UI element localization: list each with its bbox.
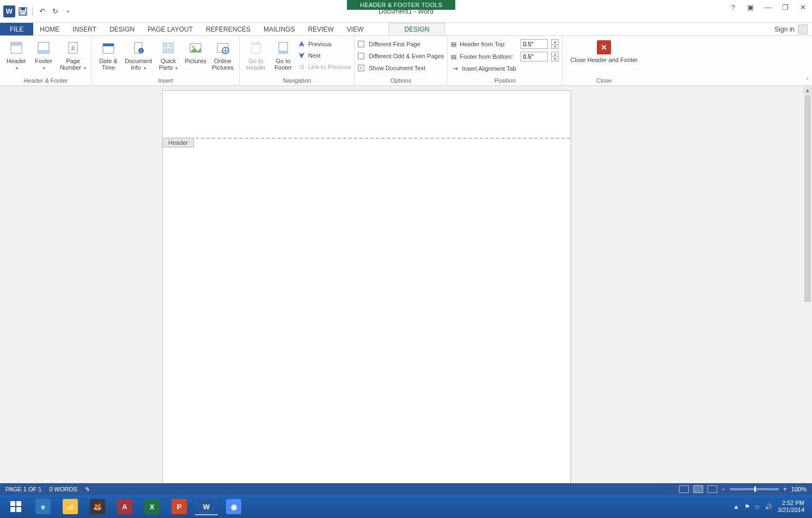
close-window-icon[interactable]: ✕ bbox=[796, 1, 810, 13]
zoom-out-icon[interactable]: − bbox=[722, 485, 725, 493]
link-icon: ⧉ bbox=[297, 63, 306, 71]
web-layout-icon[interactable] bbox=[707, 485, 717, 493]
footer-button[interactable]: Footer bbox=[30, 38, 57, 72]
windows-taskbar: e📁🦊AXPW◉ ▲ ⚑ ⏍ 🔊 2:52 PM 3/21/2014 bbox=[0, 495, 812, 518]
tab-references[interactable]: REFERENCES bbox=[199, 23, 257, 35]
document-area: Header ▲ ▼ bbox=[0, 86, 812, 501]
chevron-down-icon bbox=[15, 64, 18, 71]
link-to-previous-button: ⧉Link to Previous bbox=[297, 62, 351, 72]
tab-home[interactable]: HOME bbox=[33, 23, 66, 35]
insert-alignment-tab-button[interactable]: ⇥Insert Alignment Tab bbox=[451, 64, 559, 73]
svg-point-19 bbox=[192, 46, 195, 48]
zoom-slider[interactable] bbox=[730, 488, 779, 490]
minimize-icon[interactable]: — bbox=[761, 1, 775, 13]
svg-rect-29 bbox=[16, 507, 21, 512]
tab-view[interactable]: VIEW bbox=[340, 23, 370, 35]
header-button[interactable]: Header bbox=[3, 38, 29, 72]
close-header-footer-button[interactable]: ✕ Close Header and Footer bbox=[566, 38, 642, 65]
checkbox-checked-icon: ✓ bbox=[358, 65, 364, 71]
volume-icon[interactable]: 🔊 bbox=[765, 503, 772, 510]
word-count[interactable]: 0 WORDS bbox=[49, 486, 77, 492]
taskbar-ie-button[interactable]: e bbox=[29, 497, 57, 516]
document-info-button[interactable]: i Document Info bbox=[123, 38, 154, 72]
previous-icon: ⮝ bbox=[297, 40, 306, 48]
collapse-ribbon-icon[interactable]: ˄ bbox=[806, 77, 809, 83]
zoom-in-icon[interactable]: + bbox=[783, 485, 787, 493]
taskbar-clock[interactable]: 2:52 PM 3/21/2014 bbox=[778, 499, 804, 514]
tab-design[interactable]: DESIGN bbox=[103, 23, 141, 35]
svg-rect-25 bbox=[279, 51, 288, 53]
goto-footer-button[interactable]: Go to Footer bbox=[270, 38, 296, 71]
quick-parts-icon bbox=[160, 39, 177, 57]
different-first-page-checkbox[interactable]: Different First Page bbox=[358, 39, 444, 49]
spinner-down-icon[interactable]: ▼ bbox=[551, 57, 559, 61]
page-count[interactable]: PAGE 1 OF 1 bbox=[5, 486, 41, 492]
taskbar-explorer-button[interactable]: 📁 bbox=[57, 497, 84, 516]
print-layout-icon[interactable] bbox=[693, 485, 703, 493]
taskbar-access-button[interactable]: A bbox=[111, 497, 138, 516]
different-odd-even-checkbox[interactable]: Different Odd & Even Pages bbox=[358, 51, 444, 61]
redo-icon[interactable]: ↻ bbox=[50, 6, 60, 17]
quick-parts-button[interactable]: Quick Parts bbox=[155, 38, 181, 72]
svg-rect-17 bbox=[164, 48, 172, 52]
ribbon: Header Footer # Page Number Header & Foo… bbox=[0, 36, 812, 86]
pictures-icon bbox=[187, 39, 204, 57]
group-label: Insert bbox=[95, 76, 236, 85]
taskbar-start-button[interactable] bbox=[2, 497, 29, 516]
tab-insert[interactable]: INSERT bbox=[66, 23, 103, 35]
flag-icon[interactable]: ⚑ bbox=[744, 503, 750, 510]
qat-customize-icon[interactable]: ▾ bbox=[63, 6, 74, 17]
explorer-icon: 📁 bbox=[63, 499, 78, 514]
scroll-up-icon[interactable]: ▲ bbox=[803, 86, 812, 95]
spinner-up-icon[interactable]: ▲ bbox=[551, 39, 559, 44]
header-from-top-input[interactable] bbox=[521, 39, 548, 49]
context-tool-header: HEADER & FOOTER TOOLS bbox=[347, 0, 455, 10]
header-region-boundary bbox=[163, 138, 570, 139]
pictures-button[interactable]: Pictures bbox=[182, 38, 209, 71]
footer-from-bottom-input[interactable] bbox=[521, 52, 548, 61]
tab-context-design[interactable]: DESIGN bbox=[388, 23, 445, 35]
show-document-text-checkbox[interactable]: ✓Show Document Text bbox=[358, 63, 444, 73]
proofing-icon[interactable]: ✎ bbox=[85, 486, 90, 493]
ribbon-display-options-icon[interactable]: ▣ bbox=[743, 1, 758, 13]
document-page[interactable]: Header bbox=[162, 90, 571, 504]
spinner-buttons[interactable]: ▲▼ bbox=[551, 52, 559, 61]
group-close: ✕ Close Header and Footer Close bbox=[563, 36, 645, 85]
previous-button[interactable]: ⮝Previous bbox=[297, 39, 351, 49]
signin-link[interactable]: Sign in bbox=[770, 23, 812, 35]
spinner-down-icon[interactable]: ▼ bbox=[551, 44, 559, 49]
vertical-scrollbar[interactable]: ▲ ▼ bbox=[803, 86, 812, 501]
alignment-tab-icon: ⇥ bbox=[451, 64, 460, 73]
spinner-buttons[interactable]: ▲▼ bbox=[551, 39, 559, 49]
online-pictures-button[interactable]: Online Pictures bbox=[210, 38, 236, 71]
chevron-down-icon bbox=[42, 64, 45, 71]
restore-icon[interactable]: ❐ bbox=[778, 1, 792, 13]
taskbar-chrome-button[interactable]: ◉ bbox=[220, 497, 247, 516]
taskbar-powerpoint-button[interactable]: P bbox=[166, 497, 193, 516]
group-insert: Date & Time i Document Info Quick Parts … bbox=[92, 36, 240, 85]
goto-header-button: Go to Header bbox=[243, 38, 269, 71]
group-label: Close bbox=[566, 76, 642, 85]
taskbar-word-button[interactable]: W bbox=[193, 497, 220, 516]
next-icon: ⮟ bbox=[297, 51, 306, 60]
date-time-button[interactable]: Date & Time bbox=[95, 38, 121, 71]
help-icon[interactable]: ? bbox=[726, 1, 740, 13]
scroll-thumb[interactable] bbox=[804, 95, 811, 302]
tab-page-layout[interactable]: PAGE LAYOUT bbox=[141, 23, 199, 35]
save-icon[interactable] bbox=[17, 6, 28, 17]
next-button[interactable]: ⮟Next bbox=[297, 51, 351, 60]
taskbar-firefox-button[interactable]: 🦊 bbox=[84, 497, 111, 516]
tab-review[interactable]: REVIEW bbox=[301, 23, 340, 35]
tab-mailings[interactable]: MAILINGS bbox=[257, 23, 301, 35]
read-mode-icon[interactable] bbox=[679, 485, 689, 493]
taskbar-excel-button[interactable]: X bbox=[138, 497, 166, 516]
tab-file[interactable]: FILE bbox=[0, 23, 33, 35]
context-tool-label: HEADER & FOOTER TOOLS bbox=[347, 0, 455, 10]
zoom-level[interactable]: 100% bbox=[791, 486, 807, 492]
group-label: Header & Footer bbox=[3, 76, 88, 85]
undo-icon[interactable]: ↶ bbox=[36, 6, 47, 17]
page-number-button[interactable]: # Page Number bbox=[58, 38, 88, 72]
tray-arrow-icon[interactable]: ▲ bbox=[733, 503, 739, 510]
spinner-up-icon[interactable]: ▲ bbox=[551, 52, 559, 57]
network-icon[interactable]: ⏍ bbox=[755, 503, 759, 510]
